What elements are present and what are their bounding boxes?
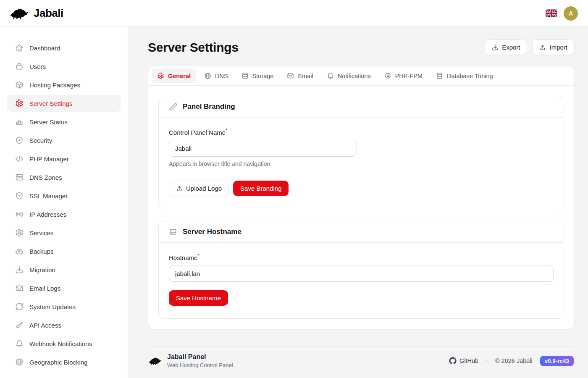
server-stack-icon (15, 173, 24, 181)
inbox-icon (15, 284, 24, 292)
code-icon (15, 155, 24, 163)
sidebar-item-users[interactable]: Users (7, 58, 121, 75)
required-asterisk: * (226, 128, 228, 134)
settings-panel: General DNS Storage Email Notifications (148, 66, 575, 329)
bell-icon (15, 339, 24, 348)
tab-php-fpm[interactable]: PHP-FPM (379, 68, 428, 83)
paintbrush-icon (169, 102, 177, 111)
sidebar-item-api-access[interactable]: API Access (7, 317, 121, 333)
mail-icon (287, 72, 294, 79)
settings-tabbar: General DNS Storage Email Notifications (148, 66, 574, 86)
sidebar-item-dns-zones[interactable]: DNS Zones (7, 169, 121, 186)
boar-logo-icon (149, 356, 162, 366)
tab-dns[interactable]: DNS (199, 68, 234, 83)
tab-database-tuning[interactable]: Database Tuning (430, 68, 499, 83)
branding-card-title: Panel Branding (183, 102, 235, 111)
export-button[interactable]: Export (485, 39, 527, 55)
sidebar-item-php-manager[interactable]: PHP Manager (7, 150, 121, 167)
sidebar-item-hosting-packages[interactable]: Hosting Packages (7, 76, 121, 93)
sidebar-item-server-status[interactable]: Server Status (7, 113, 121, 130)
cloud-upload-icon (15, 247, 24, 255)
tab-storage[interactable]: Storage (236, 68, 279, 83)
users-icon (15, 62, 24, 71)
sidebar-item-ip-addresses[interactable]: IP Addresses (7, 206, 121, 223)
database-icon (242, 72, 249, 79)
upload-icon (539, 44, 546, 51)
footer-tagline: Web Hosting Control Panel (167, 362, 233, 368)
github-icon (449, 357, 457, 365)
sidebar-item-system-updates[interactable]: System Updates (7, 298, 121, 315)
sidebar-item-server-settings[interactable]: Server Settings (7, 95, 121, 112)
sidebar-item-dashboard[interactable]: Dashboard (7, 39, 121, 56)
sidebar: Dashboard Users Hosting Packages Server … (0, 27, 128, 378)
globe-icon (204, 72, 211, 79)
upload-logo-button[interactable]: Upload Logo (169, 181, 229, 196)
globe-icon (15, 358, 24, 366)
sidebar-item-migration[interactable]: Migration (7, 261, 121, 278)
panel-branding-card: Panel Branding Control Panel Name* Appea… (158, 96, 564, 209)
sidebar-item-security[interactable]: Security (7, 132, 121, 149)
hostname-input[interactable] (169, 265, 554, 282)
sidebar-item-geographic-blocking[interactable]: Geographic Blocking (7, 354, 121, 370)
footer: Jabali Panel Web Hosting Control Panel G… (148, 346, 575, 368)
copyright-text: © 2026 Jabali (495, 357, 533, 364)
gear-icon (15, 99, 24, 108)
required-asterisk: * (197, 253, 200, 259)
download-icon (492, 44, 499, 51)
footer-brand-name: Jabali Panel (167, 353, 233, 361)
shield-check-icon (15, 136, 24, 144)
sidebar-item-ssl-manager[interactable]: SSL Manager (7, 187, 121, 204)
radio-icon (15, 210, 24, 218)
cpu-icon (384, 72, 391, 79)
brand-link[interactable]: Jabali (10, 7, 63, 20)
branding-helper-text: Appears in browser title and navigation (169, 160, 554, 167)
tab-general[interactable]: General (152, 68, 196, 83)
brand-name: Jabali (34, 7, 63, 20)
uk-flag-language-icon[interactable] (546, 9, 557, 17)
sidebar-item-backups[interactable]: Backups (7, 243, 121, 260)
tab-notifications[interactable]: Notifications (321, 68, 376, 83)
control-panel-name-input[interactable] (169, 140, 357, 157)
bar-chart-icon (15, 118, 24, 126)
hostname-label: Hostname* (169, 253, 554, 261)
control-panel-name-label: Control Panel Name* (169, 128, 554, 136)
save-hostname-button[interactable]: Save Hostname (169, 290, 228, 306)
shield-check-icon (15, 192, 24, 200)
server-hostname-card: Server Hostname Hostname* Save Hostname (158, 221, 564, 319)
page-title: Server Settings (148, 40, 239, 55)
main-content: Server Settings Export Import General (128, 27, 588, 378)
hard-drive-icon (169, 228, 177, 236)
top-header: Jabali A (0, 0, 588, 27)
tab-email[interactable]: Email (281, 68, 318, 83)
key-icon (15, 321, 24, 329)
hostname-card-title: Server Hostname (183, 228, 242, 236)
gear-icon (157, 72, 164, 79)
database-icon (436, 72, 443, 79)
sidebar-item-email-logs[interactable]: Email Logs (7, 280, 121, 297)
import-button[interactable]: Import (532, 39, 575, 55)
user-avatar[interactable]: A (564, 6, 578, 21)
save-branding-button[interactable]: Save Branding (233, 181, 289, 196)
sidebar-item-services[interactable]: Services (7, 224, 121, 241)
refresh-icon (15, 302, 24, 311)
sidebar-item-webhook-notifications[interactable]: Webhook Notifications (7, 335, 121, 352)
bell-icon (327, 72, 334, 79)
version-badge: v0.9-rc43 (540, 356, 574, 366)
footer-separator: • (486, 358, 488, 363)
package-icon (15, 81, 24, 89)
github-link[interactable]: GitHub (449, 357, 478, 365)
upload-icon (176, 185, 183, 192)
gear-icon (15, 228, 24, 237)
download-icon (15, 265, 24, 274)
home-icon (15, 44, 24, 52)
boar-logo-icon (10, 7, 29, 20)
